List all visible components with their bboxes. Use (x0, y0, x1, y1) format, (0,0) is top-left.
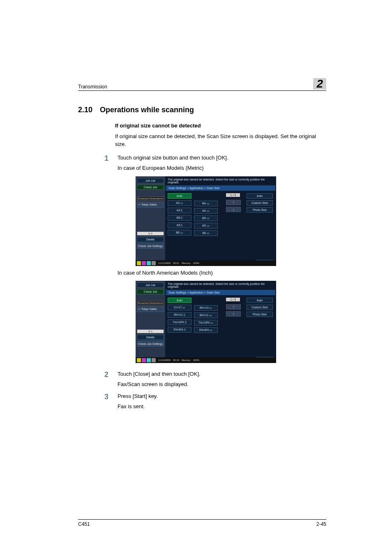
custom-size-button[interactable]: Custom Size (247, 200, 273, 206)
screen-message: The original size cannot be detected. Se… (165, 281, 276, 290)
status-mem-label: Memory (182, 262, 191, 264)
between-screens-text: In case of North American Models (Inch) (118, 269, 326, 277)
size-7x10-p[interactable]: 7¼×10½ ▯ (168, 319, 191, 325)
breadcrumb: Scan Settings > Application > Scan Size (166, 290, 275, 295)
destination-item[interactable]: ⇨ Tokyo Sales (137, 202, 164, 208)
status-mem-pct: 100% (193, 262, 199, 264)
size-b5-l[interactable]: B5 ▭ (194, 215, 218, 221)
status-date: 11/16/2006 (158, 359, 171, 361)
size-b4[interactable]: B4 ▭ (194, 201, 218, 206)
footer-page: 2-45 (316, 521, 326, 527)
step-1-subtext: In case of European Models (Metric) (118, 164, 326, 172)
intro-paragraph: If original size cannot be detected, the… (115, 133, 326, 148)
header-section: Transmission (78, 84, 107, 90)
job-list-button[interactable]: Job List (137, 282, 164, 288)
size-a4-p[interactable]: A4 ▯ (168, 208, 191, 213)
check-job-settings-button[interactable]: Check Job Settings (137, 243, 164, 249)
status-mem-pct: 100% (193, 359, 199, 361)
page-down-icon[interactable]: ↓ (226, 207, 241, 212)
page-indicator: 1/ 1 (137, 329, 164, 333)
step-2-subtext: Fax/Scan screen is displayed. (118, 381, 326, 388)
footer-model: C451 (78, 521, 90, 527)
breadcrumb: Scan Settings > Application > Scan Size (166, 185, 275, 191)
page-indicator: 1/ 1 (137, 231, 164, 236)
step-1-text: Touch original size button and then touc… (118, 154, 228, 163)
toner-k-icon (152, 261, 156, 265)
screen-message: The original size cannot be detected. Se… (165, 176, 276, 185)
size-5x8-p[interactable]: 5½×8½ ▯ (168, 327, 191, 333)
size-page-indicator: 1 / 3 (226, 298, 240, 301)
check-job-button[interactable]: Check Job (137, 185, 164, 190)
step-3-subtext: Fax is sent. (118, 403, 326, 411)
status-date: 11/11/2006 (158, 262, 171, 264)
check-job-settings-button[interactable]: Check Job Settings (137, 341, 164, 347)
step-3-number: 3 (104, 393, 110, 401)
size-5x8-l[interactable]: 5½×8½ ▭ (194, 327, 218, 333)
size-a5-l[interactable]: A5 ▭ (194, 223, 218, 229)
page-up-icon[interactable]: ↑ (226, 304, 241, 310)
auto-button[interactable]: Auto (247, 298, 273, 303)
size-8x14[interactable]: 8½×14 ▭ (194, 305, 218, 311)
size-page-indicator: 1 / 3 (226, 193, 240, 197)
section-title: Operations while scanning (100, 106, 194, 114)
step-1-number: 1 (104, 154, 110, 163)
size-8x11-p[interactable]: 8½×11 ▯ (168, 312, 191, 318)
delete-button[interactable]: Delete (137, 335, 164, 340)
size-b6[interactable]: B6 ▭ (168, 230, 191, 236)
job-list-button[interactable]: Job List (137, 178, 164, 183)
step-2-text: Touch [Close] and then touch [OK]. (118, 370, 201, 379)
section-number: 2.10 (78, 106, 92, 114)
size-a5-p[interactable]: A5 ▯ (168, 222, 191, 228)
size-7x10-l[interactable]: 7¼×10½ ▭ (194, 320, 218, 326)
toner-c-icon (147, 358, 151, 362)
status-mem-label: Memory (182, 359, 191, 361)
broadcast-label: Broadcast Destinations (137, 197, 164, 201)
status-time: 03:21 (173, 262, 179, 264)
broadcast-label: Broadcast Destinations (137, 301, 164, 305)
status-time: 03:19 (173, 359, 179, 361)
size-11x17[interactable]: 11×17 ▭ (168, 305, 191, 310)
toner-m-icon (142, 261, 146, 265)
toner-m-icon (142, 358, 146, 362)
toner-c-icon (147, 261, 151, 265)
delete-button[interactable]: Delete (137, 237, 164, 242)
chapter-number: 2 (313, 78, 326, 90)
size-a4-l[interactable]: A4 ▭ (194, 208, 218, 214)
size-a3[interactable]: A3 ▭ (168, 200, 191, 206)
photo-size-button[interactable]: Photo Size (247, 312, 273, 317)
toner-k-icon (152, 358, 156, 362)
check-job-button[interactable]: Check Job (137, 289, 164, 294)
screenshot-eu: Job List Check Job Broadcast Destination… (136, 176, 276, 266)
page-up-icon[interactable]: ↑ (226, 200, 241, 205)
step-2-number: 2 (104, 370, 110, 379)
size-b5-p[interactable]: B5 ▯ (168, 215, 191, 221)
auto-button[interactable]: Auto (247, 193, 273, 199)
custom-size-button[interactable]: Custom Size (247, 305, 273, 310)
size-auto[interactable]: Auto (168, 298, 191, 303)
size-8x11-l[interactable]: 8½×11 ▭ (194, 312, 218, 318)
destination-item[interactable]: ⇨ Tokyo Sales (137, 306, 164, 312)
screenshot-us: Job List Check Job Broadcast Destination… (136, 281, 276, 363)
page-down-icon[interactable]: ↓ (226, 311, 241, 317)
size-auto[interactable]: Auto (168, 193, 191, 199)
photo-size-button[interactable]: Photo Size (247, 207, 273, 213)
toner-y-icon (137, 358, 141, 362)
sub-heading: If original size cannot be detected (115, 123, 326, 129)
toner-y-icon (137, 261, 141, 265)
size-a6[interactable]: A6 ▭ (194, 230, 218, 236)
step-3-text: Press [Start] key. (118, 393, 158, 401)
